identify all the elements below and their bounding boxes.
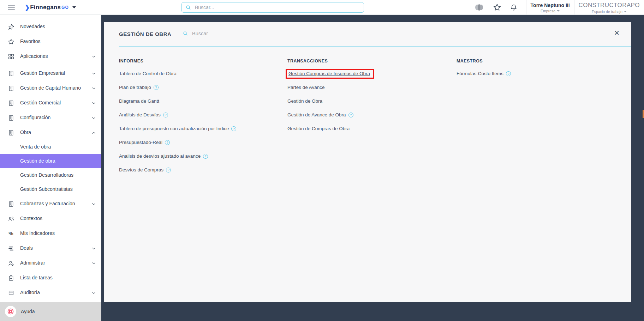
help-icon[interactable] <box>166 168 171 172</box>
sidebar-item-lista-de-tareas[interactable]: Lista de tareas <box>0 271 101 285</box>
sidebar-item-label: Configuración <box>20 115 91 121</box>
favorites-star-icon[interactable] <box>493 3 501 12</box>
global-search-input[interactable] <box>194 4 360 11</box>
sidebar-item-favoritos[interactable]: Favoritos <box>0 34 101 49</box>
menu-item-desvios-de-compras[interactable]: Desvíos de Compras <box>119 167 163 172</box>
pin-icon <box>7 23 15 31</box>
help-icon[interactable] <box>154 85 159 90</box>
help-icon[interactable] <box>231 126 236 131</box>
logo-caret-icon[interactable] <box>72 6 76 8</box>
panel-search-input[interactable] <box>191 30 283 37</box>
menu-item-row: Analisis de desvios ajustado al avance <box>119 153 287 159</box>
panel-header: GESTIÓN DE OBRA <box>104 22 631 47</box>
chevron-down-icon[interactable] <box>91 54 96 59</box>
assistant-icon-glyph <box>474 3 484 12</box>
menu-item-formulas-costo-items[interactable]: Fórmulas-Costo Items <box>457 71 503 76</box>
sidebar-item-gestion-de-obra[interactable]: Gestión de obra <box>0 154 101 168</box>
help-icon[interactable] <box>348 113 353 117</box>
sidebar-item-venta-de-obra[interactable]: Venta de obra <box>0 140 101 154</box>
panel-search[interactable] <box>183 30 296 37</box>
sidebar-item-mis-indicadores[interactable]: %Mis Indicadores <box>0 226 101 241</box>
sidebar-item-auditoria[interactable]: Auditoría <box>0 285 101 300</box>
sidebar: NovedadesFavoritosAplicacionesGestión Em… <box>0 15 101 321</box>
sidebar-item-aplicaciones[interactable]: Aplicaciones <box>0 49 101 64</box>
menu-item-partes-de-avance[interactable]: Partes de Avance <box>287 85 325 90</box>
menu-item-gestion-compras-de-insumos-de-obra[interactable]: Gestión Compras de Insumos de Obra <box>288 71 370 76</box>
sidebar-item-label: Gestión de Capital Humano <box>20 85 91 91</box>
menu-column-informes: INFORMESTablero de Control de ObraPlan d… <box>119 59 287 180</box>
menu-item-row: Diagrama de Gantt <box>119 98 287 104</box>
workspace-selector-label: Espacio de trabajo <box>592 10 627 14</box>
app-logo[interactable]: Finnegans GO <box>25 4 76 11</box>
chevron-down-icon[interactable] <box>91 290 96 296</box>
grid-icon <box>7 53 15 60</box>
clipboard-check-icon <box>7 274 15 282</box>
company-selector[interactable]: Torre Neptuno III Empresa <box>526 0 574 15</box>
sidebar-item-gestion-subcontratistas[interactable]: Gestión Subcontratistas <box>0 182 101 196</box>
sidebar-item-obra[interactable]: Obra <box>0 125 101 140</box>
sidebar-item-label: Obra <box>20 129 91 136</box>
percent-glyph: % <box>8 230 13 237</box>
logo-arrow-icon <box>25 4 30 11</box>
chevron-up-icon[interactable] <box>91 130 96 135</box>
building-icon <box>7 69 15 77</box>
sidebar-item-cobranzas-y-facturacion[interactable]: Cobranzas y Facturacion <box>0 196 101 211</box>
user-gear-icon <box>7 259 15 267</box>
chevron-down-icon[interactable] <box>91 246 96 251</box>
chevron-down-icon[interactable] <box>91 261 96 266</box>
sidebar-item-label: Gestión Comercial <box>20 100 91 106</box>
menu-item-gestion-de-compras-de-obra[interactable]: Gestión de Compras de Obra <box>287 126 350 131</box>
sidebar-item-administrar[interactable]: Administrar <box>0 256 101 271</box>
help-bar[interactable]: Ayuda <box>0 302 101 321</box>
menu-item-gestion-de-avance-de-obra[interactable]: Gestión de Avance de Obra <box>287 112 346 117</box>
menu-item-presupuestado-real[interactable]: Presupuestado-Real <box>119 140 162 145</box>
hamburger-menu-icon[interactable] <box>8 5 15 10</box>
sidebar-item-gestion-desarrolladoras[interactable]: Gestión Desarrolladoras <box>0 168 101 182</box>
sidebar-item-configuracion[interactable]: Configuración <box>0 110 101 125</box>
notifications-bell-icon[interactable] <box>510 4 518 12</box>
menu-item-row: Fórmulas-Costo Items <box>457 70 511 77</box>
chevron-down-icon[interactable] <box>91 115 96 121</box>
sidebar-item-label: Lista de tareas <box>20 275 96 281</box>
menu-item-analisis-de-desvios[interactable]: Análisis de Desvíos <box>119 112 161 117</box>
building-icon <box>7 99 15 107</box>
stacked-bars-icon <box>7 244 15 252</box>
menu-columns: INFORMESTablero de Control de ObraPlan d… <box>119 59 625 180</box>
help-icon[interactable] <box>203 154 208 159</box>
help-icon[interactable] <box>506 71 511 76</box>
menu-item-diagrama-de-gantt[interactable]: Diagrama de Gantt <box>119 98 159 104</box>
sidebar-item-gestion-empresarial[interactable]: Gestión Empresarial <box>0 66 101 81</box>
close-icon[interactable] <box>613 28 621 38</box>
sidebar-item-label: Aplicaciones <box>20 53 91 60</box>
global-search[interactable] <box>181 2 364 13</box>
menu-item-plan-de-trabajo[interactable]: Plan de trabajo <box>119 85 151 90</box>
menu-item-row: Desvíos de Compras <box>119 166 287 173</box>
company-label-text: Empresa <box>541 9 555 13</box>
menu-item-gestion-de-obra[interactable]: Gestión de Obra <box>287 98 322 104</box>
menu-item-row: Partes de Avance <box>287 84 457 91</box>
chevron-down-icon[interactable] <box>91 101 96 106</box>
sidebar-item-gestion-comercial[interactable]: Gestión Comercial <box>0 96 101 110</box>
panel-title: GESTIÓN DE OBRA <box>119 31 171 37</box>
chevron-down-icon[interactable] <box>91 71 96 76</box>
help-icon[interactable] <box>163 113 168 117</box>
sidebar-item-gestion-de-capital-humano[interactable]: Gestión de Capital Humano <box>0 81 101 96</box>
menu-item-tablero-de-presupuesto-con-actualizacion-por-indice[interactable]: Tablero de presupuesto con actualización… <box>119 126 229 131</box>
menu-item-row: Análisis de Desvíos <box>119 111 287 118</box>
workspace-selector[interactable]: CONSTRUCTORAPO Espacio de trabajo <box>574 0 644 15</box>
menu-item-analisis-de-desvios-ajustado-al-avance[interactable]: Analisis de desvios ajustado al avance <box>119 153 201 159</box>
chevron-down-icon[interactable] <box>91 201 96 207</box>
window-icon <box>7 289 15 297</box>
building-icon <box>7 114 15 122</box>
chevron-down-icon[interactable] <box>91 86 96 91</box>
menu-column-maestros: MAESTROSFórmulas-Costo Items <box>457 59 511 84</box>
people-icon <box>7 215 15 223</box>
column-header: TRANSACCIONES <box>287 59 457 63</box>
assistant-icon[interactable] <box>474 3 484 12</box>
sidebar-item-label: Administrar <box>20 260 91 266</box>
sidebar-item-novedades[interactable]: Novedades <box>0 19 101 34</box>
help-icon[interactable] <box>165 140 170 145</box>
sidebar-item-contextos[interactable]: Contextos <box>0 211 101 226</box>
menu-item-tablero-de-control-de-obra[interactable]: Tablero de Control de Obra <box>119 71 177 76</box>
sidebar-item-deals[interactable]: Deals <box>0 241 101 256</box>
